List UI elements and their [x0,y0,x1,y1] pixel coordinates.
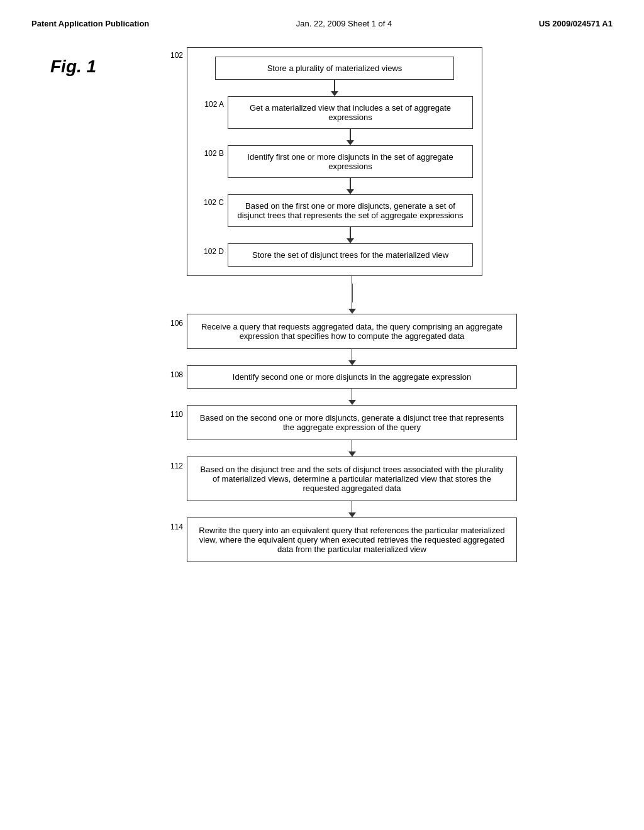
arrow-line-2 [350,129,351,140]
arrow-6 [348,389,356,405]
box-108: Identify second one or more disjuncts in… [187,365,517,389]
figure-label: Fig. 1 [50,57,96,77]
step-102D-label: 102 D [196,243,228,256]
step-112-row: 112 Based on the disjunct tree and the s… [152,456,517,501]
arrow-head-3 [347,189,354,194]
step-102C-row: 102 C Based on the first one or more dis… [196,194,473,227]
step-102D-row: 102 D Store the set of disjunct trees fo… [196,243,473,267]
arrow-head-6 [348,400,356,405]
step-110-row: 110 Based on the second one or more disj… [152,405,517,440]
arrow-line-3 [350,178,351,189]
step-114-row: 114 Rewrite the query into an equivalent… [152,517,517,562]
step-102A-label: 102 A [196,96,228,109]
group-102-row: 102 Store a plurality of materialized vi… [152,47,517,276]
step-102A-row: 102 A Get a materialized view that inclu… [196,96,473,129]
step-102B-row: 102 B Identify first one or more disjunc… [196,145,473,178]
box-110: Based on the second one or more disjunct… [187,405,517,440]
solid-below-dots [352,302,353,309]
arrow-7 [348,440,356,456]
arrow-head-dots [348,309,356,314]
dot-3 [352,296,353,302]
solid-above-dots [352,276,353,284]
header-right: US 2009/024571 A1 [539,19,613,28]
step-108-label: 108 [152,365,187,379]
group-102-box: Store a plurality of materialized views … [187,47,482,276]
step-106-row: 106 Receive a query that requests aggreg… [152,314,517,349]
page: Patent Application Publication Jan. 22, … [0,0,644,830]
arrow-line-7 [352,440,353,451]
box-102C: Based on the first one or more disjuncts… [228,194,473,227]
step-114-label: 114 [152,517,187,531]
arrow-2 [347,129,354,145]
page-header: Patent Application Publication Jan. 22, … [31,19,613,28]
arrow-1 [331,80,338,96]
step-108-row: 108 Identify second one or more disjunct… [152,365,517,389]
arrow-line-6 [352,389,353,400]
box-102B: Identify first one or more disjuncts in … [228,145,473,178]
box-102: Store a plurality of materialized views [215,57,454,80]
step-110-label: 110 [152,405,187,419]
arrow-5 [348,349,356,365]
box-114: Rewrite the query into an equivalent que… [187,517,517,562]
arrow-head-8 [348,512,356,517]
flowchart: 102 Store a plurality of materialized vi… [57,47,613,562]
arrow-line-5 [352,349,353,360]
arrow-head-5 [348,360,356,365]
arrow-head-2 [347,140,354,145]
step-102-label: 102 [152,47,187,60]
arrow-line-1 [334,80,335,91]
dashed-connector [348,276,356,314]
box-106: Receive a query that requests aggregated… [187,314,517,349]
box-102A: Get a materialized view that includes a … [228,96,473,129]
header-center: Jan. 22, 2009 Sheet 1 of 4 [296,19,392,28]
arrow-head-7 [348,451,356,456]
step-112-label: 112 [152,456,187,470]
dot-1 [352,284,353,290]
arrow-line-8 [352,501,353,512]
arrow-4 [347,227,354,243]
arrow-head-1 [331,91,338,96]
arrow-head-4 [347,238,354,243]
group-102-inner: Store a plurality of materialized views … [196,57,473,267]
arrow-8 [348,501,356,517]
box-102D: Store the set of disjunct trees for the … [228,243,473,267]
arrow-line-4 [350,227,351,238]
box-112: Based on the disjunct tree and the sets … [187,456,517,501]
header-left: Patent Application Publication [31,19,149,28]
step-106-label: 106 [152,314,187,328]
arrow-3 [347,178,354,194]
step-102C-label: 102 C [196,194,228,207]
step-102B-label: 102 B [196,145,228,158]
dot-2 [352,290,353,296]
